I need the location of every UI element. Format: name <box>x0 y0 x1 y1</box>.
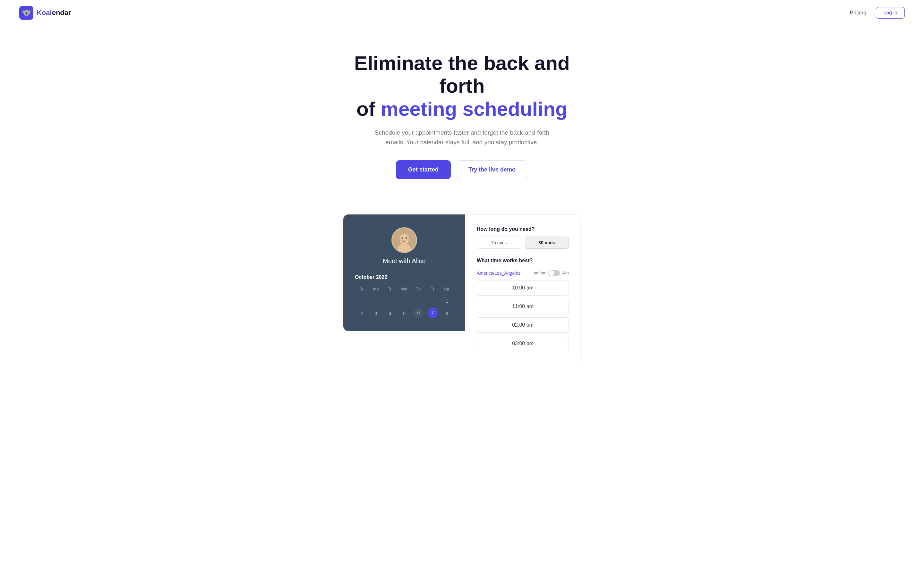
cal-day-7[interactable]: 7 <box>428 308 438 318</box>
pricing-link[interactable]: Pricing <box>850 10 866 16</box>
time-slots: 10:00 am 11:00 am 02:00 pm 03:00 pm <box>477 280 569 351</box>
logo[interactable]: 🐨 Koalendar <box>19 6 71 20</box>
svg-point-1 <box>399 234 409 244</box>
calendar-grid: Su Mo Tu We Th Fr Sa 1 2 3 4 5 6 <box>355 285 454 319</box>
svg-point-3 <box>401 237 403 239</box>
hero-section: Eliminate the back and forth of meeting … <box>0 26 924 214</box>
calendar-panel: Meet with Alice October 2022 Su Mo Tu We… <box>343 214 465 331</box>
time-label: What time works best? <box>477 258 533 263</box>
cal-day-8[interactable]: 8 <box>440 308 454 319</box>
get-started-button[interactable]: Get started <box>396 160 451 179</box>
calendar-headers: Su Mo Tu We Th Fr Sa <box>355 285 454 293</box>
day-header-mo: Mo <box>369 285 383 293</box>
navbar: 🐨 Koalendar Pricing Log in <box>0 0 924 26</box>
hero-buttons: Get started Try the live demo <box>6 160 918 179</box>
live-demo-button[interactable]: Try the live demo <box>456 160 528 179</box>
logo-text-rest: endar <box>52 9 71 17</box>
hero-title: Eliminate the back and forth of meeting … <box>342 52 582 120</box>
day-header-sa: Sa <box>439 285 454 293</box>
hero-title-line2-accent: meeting scheduling <box>381 98 567 120</box>
demo-section: Meet with Alice October 2022 Su Mo Tu We… <box>286 214 638 363</box>
avatar <box>391 227 417 253</box>
time-slot-1400[interactable]: 02:00 pm <box>477 318 569 333</box>
timezone-link[interactable]: America/Los_Angeles <box>477 271 520 276</box>
calendar-month: October 2022 <box>355 274 454 280</box>
duration-options: 15 mins 30 mins <box>477 237 569 249</box>
time-slot-1000[interactable]: 10:00 am <box>477 280 569 295</box>
cal-day-3[interactable]: 3 <box>369 308 383 319</box>
day-header-fr: Fr <box>425 285 439 293</box>
time-slot-1500[interactable]: 03:00 pm <box>477 336 569 351</box>
nav-right: Pricing Log in <box>850 7 905 19</box>
cal-day-5[interactable]: 5 <box>397 308 411 319</box>
hero-subtitle: Schedule your appointments faster and fo… <box>369 128 555 147</box>
profile-area: Meet with Alice <box>355 227 454 265</box>
duration-label: How long do you need? <box>477 226 569 232</box>
duration-15-button[interactable]: 15 mins <box>477 237 521 249</box>
24h-label: 24h <box>562 271 569 276</box>
cal-day-6[interactable]: 6 <box>413 308 423 318</box>
hero-title-line1: Eliminate the back and forth <box>354 52 570 97</box>
ampm-toggle: am/pm 24h <box>534 270 569 276</box>
calendar-days: 1 2 3 4 5 6 7 8 <box>355 295 454 319</box>
profile-name: Meet with Alice <box>383 258 425 265</box>
24h-toggle[interactable] <box>548 270 560 276</box>
cal-day-4[interactable]: 4 <box>383 308 397 319</box>
duration-30-button[interactable]: 30 mins <box>525 237 569 249</box>
day-header-th: Th <box>411 285 425 293</box>
day-header-su: Su <box>355 285 369 293</box>
logo-icon: 🐨 <box>19 6 33 20</box>
cal-day-2[interactable]: 2 <box>355 308 368 319</box>
time-section-header: What time works best? <box>477 258 569 268</box>
hero-title-line2-plain: of <box>357 98 381 120</box>
day-header-tu: Tu <box>383 285 397 293</box>
svg-point-4 <box>405 237 407 239</box>
schedule-panel: How long do you need? 15 mins 30 mins Wh… <box>465 214 581 363</box>
day-header-we: We <box>397 285 411 293</box>
login-button[interactable]: Log in <box>876 7 905 19</box>
cal-day-1[interactable]: 1 <box>440 295 454 307</box>
logo-text-bold: Koal <box>37 9 52 17</box>
logo-text: Koalendar <box>37 9 71 17</box>
time-slot-1100[interactable]: 11:00 am <box>477 299 569 314</box>
ampm-label: am/pm <box>534 271 547 276</box>
